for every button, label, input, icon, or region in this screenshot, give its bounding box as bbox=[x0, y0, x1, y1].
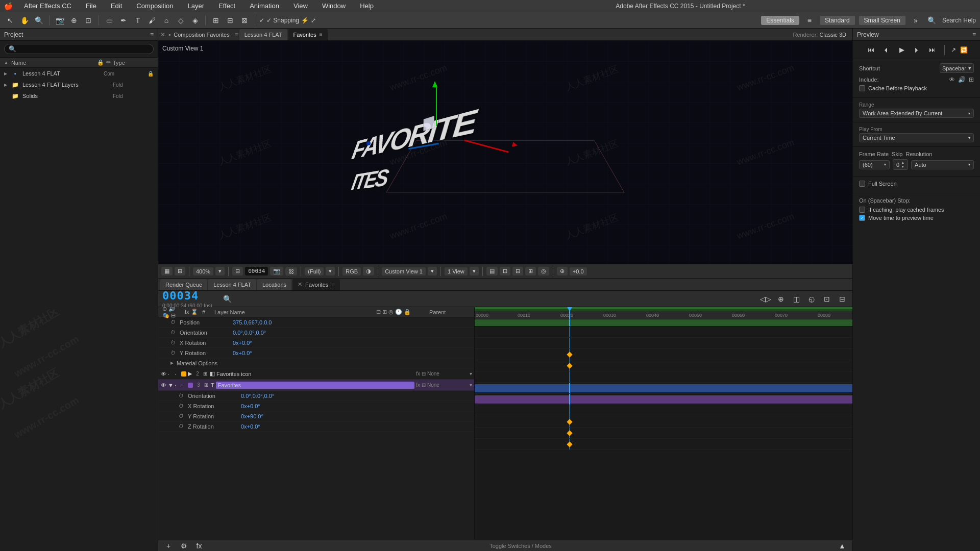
preview-step-back[interactable]: ⏴ bbox=[881, 44, 892, 56]
viewer-render-btn[interactable]: ▤ bbox=[486, 267, 498, 276]
keyframe-yrot3[interactable] bbox=[567, 430, 572, 436]
timeline-settings-btn[interactable]: ⚙ bbox=[178, 540, 190, 552]
layer-row-favorites[interactable]: 👁 ▼ · · 3 ⊞ T Favorites fx ⊟ None ▾ bbox=[158, 380, 474, 391]
timecode-display[interactable]: 00034 bbox=[162, 289, 212, 302]
timeline-tab-locations[interactable]: Locations bbox=[257, 279, 291, 290]
project-item-solids[interactable]: ▶ 📁 Solids Fold bbox=[0, 90, 158, 102]
skip-up[interactable]: ▲ bbox=[901, 161, 904, 164]
shortcut-select[interactable]: Spacebar ▾ bbox=[940, 63, 974, 73]
layer-vis-eye[interactable]: 👁 bbox=[160, 371, 166, 377]
viewer-guides-btn[interactable]: ⊞ bbox=[175, 267, 185, 276]
tool-zoom[interactable]: 🔍 bbox=[33, 14, 45, 27]
comp-close[interactable]: ✕ bbox=[160, 31, 165, 38]
viewer-resolution-btn[interactable]: ⊟ bbox=[232, 267, 243, 276]
viewer-grid-btn[interactable]: ▦ bbox=[161, 267, 173, 276]
apple-menu[interactable]: 🍎 bbox=[4, 2, 13, 10]
timeline-tab-fav-menu[interactable]: ≡ bbox=[331, 282, 334, 288]
fullscreen-checkbox[interactable] bbox=[859, 181, 865, 187]
tool-brush[interactable]: 🖌 bbox=[146, 14, 158, 27]
prop-value-yrot[interactable]: 0x+0.0° bbox=[233, 350, 252, 356]
comp-menu[interactable]: ≡ bbox=[235, 31, 238, 38]
menu-view[interactable]: View bbox=[290, 1, 311, 11]
menu-help[interactable]: Help bbox=[357, 1, 377, 11]
skip-value[interactable]: 0 ▲ ▼ bbox=[893, 159, 908, 170]
timeline-extract-btn[interactable]: ⊟ bbox=[836, 293, 848, 305]
workspace-smallscreen[interactable]: Small Screen bbox=[859, 16, 905, 25]
prop-value-xr3[interactable]: 0x+0.0° bbox=[241, 403, 260, 409]
include-effects-icon[interactable]: ⊞ bbox=[969, 76, 974, 83]
prop-value-orientation[interactable]: 0.0°,0.0°,0.0° bbox=[233, 330, 266, 336]
tool-puppet[interactable]: ◈ bbox=[189, 14, 201, 27]
prop-value-or3[interactable]: 0.0°,0.0°,0.0° bbox=[241, 393, 274, 399]
snapping-expand[interactable]: ⤢ bbox=[311, 17, 316, 24]
menu-aftereffects[interactable]: After Effects CC bbox=[21, 1, 75, 11]
preview-loop-icon[interactable]: 🔁 bbox=[960, 46, 968, 54]
prop-value-xrot[interactable]: 0x+0.0° bbox=[233, 340, 252, 346]
cache-checkbox[interactable] bbox=[859, 85, 865, 91]
tool-align[interactable]: ⊞ bbox=[210, 14, 222, 27]
menu-edit[interactable]: Edit bbox=[108, 1, 125, 11]
search-icon[interactable]: 🔍 bbox=[926, 14, 938, 27]
workspace-expand[interactable]: » bbox=[910, 14, 922, 27]
renderer-value[interactable]: Classic 3D bbox=[819, 32, 846, 38]
menu-layer[interactable]: Layer bbox=[185, 1, 208, 11]
viewer-view-dropdown[interactable]: ▾ bbox=[428, 267, 437, 276]
keyframe-xrot3[interactable] bbox=[567, 419, 572, 424]
timeline-expressions-btn[interactable]: fx bbox=[193, 540, 205, 552]
project-item-lesson4flat[interactable]: ▶ ▪ Lesson 4 FLAT Com 🔒 bbox=[0, 68, 158, 79]
tool-axis[interactable]: ⊟ bbox=[224, 14, 236, 27]
track-layer3[interactable] bbox=[475, 394, 852, 405]
timeline-tab-fav-close[interactable]: ✕ bbox=[298, 281, 302, 288]
layer-effects-btn-3[interactable]: fx bbox=[416, 382, 420, 388]
keyframe-yrot[interactable] bbox=[567, 363, 572, 368]
project-item-lesson4layers[interactable]: ▶ 📁 Lesson 4 FLAT Layers Fold bbox=[0, 79, 158, 90]
framerate-dropdown[interactable]: (60) ▾ bbox=[859, 160, 890, 169]
layer-parent-menu-3[interactable]: ▾ bbox=[470, 382, 472, 388]
layer-lock-3[interactable]: · bbox=[181, 382, 186, 388]
layer-vis-solo[interactable]: · bbox=[168, 371, 173, 377]
composition-viewer[interactable]: 人人素材社区 www.rr-cc.com 人人素材社区 www.rr-cc.co… bbox=[158, 41, 852, 264]
timeline-lift-btn[interactable]: ⊡ bbox=[821, 293, 833, 305]
tool-eraser[interactable]: ◇ bbox=[175, 14, 187, 27]
viewer-exposure-btn[interactable]: ◑ bbox=[363, 267, 374, 276]
tool-text[interactable]: T bbox=[132, 14, 144, 27]
viewer-quality-dropdown[interactable]: ▾ bbox=[326, 267, 335, 276]
viewer-layer-btn[interactable]: ⊟ bbox=[512, 267, 523, 276]
search-help-label[interactable]: Search Help bbox=[942, 17, 976, 24]
timeline-tab-renderqueue[interactable]: Render Queue bbox=[160, 279, 207, 290]
timeline-pull-btn[interactable]: ◁▷ bbox=[760, 293, 772, 305]
workspace-standard[interactable]: Standard bbox=[820, 16, 855, 25]
layer-mask-btn-3[interactable]: ⊟ bbox=[422, 382, 426, 388]
stop-movetime-checkbox[interactable]: ✓ bbox=[859, 215, 865, 221]
menu-file[interactable]: File bbox=[83, 1, 100, 11]
timeline-graph-btn[interactable]: ◵ bbox=[805, 293, 818, 305]
viewer-safe-btn[interactable]: ⊡ bbox=[500, 267, 510, 276]
workspace-essentials[interactable]: Essentials bbox=[761, 16, 799, 25]
prop-value-zr3[interactable]: 0x+0.0° bbox=[241, 423, 260, 430]
timeline-search-btn[interactable]: 🔍 bbox=[222, 293, 234, 305]
col-name-header[interactable]: Name bbox=[11, 60, 95, 66]
tool-clone[interactable]: ⌂ bbox=[160, 14, 173, 27]
prop-value-yr3[interactable]: 0x+90.0° bbox=[241, 413, 263, 419]
layer-row-favicon[interactable]: 👁 · · ▶ 2 ⊞ ◧ Favorites icon fx ⊟ None ▾ bbox=[158, 368, 474, 380]
range-dropdown[interactable]: Work Area Extended By Current ▾ bbox=[859, 109, 974, 118]
menu-composition[interactable]: Composition bbox=[133, 1, 176, 11]
timeline-track-btn[interactable]: ◫ bbox=[790, 293, 802, 305]
layer-expand-3[interactable]: ▼ bbox=[168, 382, 173, 388]
layer-solo-3[interactable]: · bbox=[175, 382, 180, 388]
layer-expand[interactable]: ▶ bbox=[188, 370, 192, 377]
layer-mask-btn[interactable]: ⊟ bbox=[422, 371, 426, 377]
tool-pen[interactable]: ✒ bbox=[117, 14, 130, 27]
menu-animation[interactable]: Animation bbox=[247, 1, 282, 11]
timeline-tracks[interactable]: 00000 00010 00020 00030 00040 00050 0006… bbox=[475, 307, 852, 540]
viewer-zoom-dropdown[interactable]: ▾ bbox=[215, 267, 225, 276]
track-layer2[interactable] bbox=[475, 383, 852, 394]
preview-skip-start[interactable]: ⏮ bbox=[866, 44, 877, 56]
viewer-quality[interactable]: (Full) bbox=[305, 267, 324, 276]
layer-vis-eye-3[interactable]: 👁 bbox=[160, 382, 166, 388]
preview-play[interactable]: ▶ bbox=[896, 44, 908, 56]
snapping-toggle[interactable]: ✓ ✓ Snapping ⚡ ⤢ bbox=[259, 17, 316, 24]
layer-lock[interactable]: · bbox=[175, 371, 180, 377]
comp-tab-menu[interactable]: ≡ bbox=[320, 32, 323, 37]
preview-step-forward[interactable]: ⏵ bbox=[912, 44, 923, 56]
